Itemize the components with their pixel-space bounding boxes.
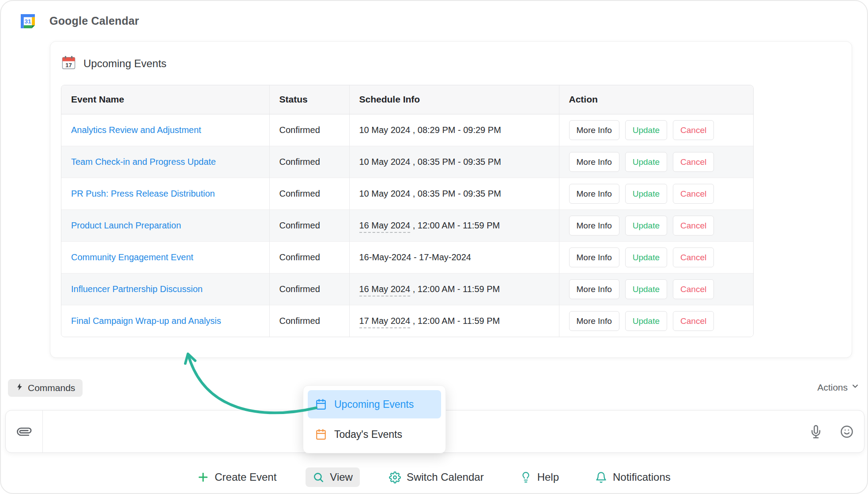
update-button[interactable]: Update <box>625 247 667 267</box>
view-button[interactable]: View <box>306 467 360 487</box>
plus-icon <box>197 471 209 483</box>
view-options-popup: Upcoming Events Today's Events <box>303 385 446 453</box>
table-header-row: Event Name Status Schedule Info Action <box>61 85 753 114</box>
menu-item-upcoming-events[interactable]: Upcoming Events <box>308 390 441 418</box>
event-name-link[interactable]: Team Check-in and Progress Update <box>71 157 216 167</box>
calendar-icon <box>315 399 327 410</box>
svg-text:17: 17 <box>65 62 72 68</box>
table-row: Analytics Review and AdjustmentConfirmed… <box>61 114 753 146</box>
actions-label: Actions <box>817 382 848 393</box>
gear-icon <box>389 471 401 483</box>
attach-button[interactable] <box>6 410 43 452</box>
cancel-button[interactable]: Cancel <box>673 120 714 140</box>
toolbar-item-label: Switch Calendar <box>407 471 484 483</box>
table-row: PR Push: Press Release DistributionConfi… <box>61 178 753 209</box>
event-name-link[interactable]: Influencer Partnership Discussion <box>71 284 203 294</box>
more-info-button[interactable]: More Info <box>569 279 619 299</box>
event-name-link[interactable]: Community Engagement Event <box>71 252 193 262</box>
status-text: Confirmed <box>279 157 320 167</box>
update-button[interactable]: Update <box>625 279 667 299</box>
status-text: Confirmed <box>279 316 320 326</box>
toolbar-item-label: Help <box>537 471 559 483</box>
bulb-icon <box>520 471 532 483</box>
event-time-range: , 12:00 AM - 11:59 PM <box>410 284 500 294</box>
upcoming-events-card: 17 Upcoming Events Event Name Status Sch… <box>50 41 852 358</box>
more-info-button[interactable]: More Info <box>569 120 619 140</box>
event-date: 10 May 2024 <box>359 189 411 198</box>
event-name-link[interactable]: Product Launch Preparation <box>71 220 181 230</box>
column-header-action: Action <box>559 85 753 114</box>
svg-text:31: 31 <box>24 18 31 25</box>
cancel-button[interactable]: Cancel <box>673 216 714 236</box>
update-button[interactable]: Update <box>625 152 667 172</box>
microphone-icon[interactable] <box>809 425 823 438</box>
bottom-toolbar: Create Event View Switch Calendar Help N… <box>1 465 867 490</box>
more-info-button[interactable]: More Info <box>569 247 619 267</box>
event-date: 10 May 2024 <box>359 157 411 167</box>
cancel-button[interactable]: Cancel <box>673 152 714 172</box>
table-row: Community Engagement EventConfirmed16-Ma… <box>61 241 753 273</box>
status-text: Confirmed <box>279 252 320 262</box>
emoji-icon[interactable] <box>840 425 853 438</box>
status-text: Confirmed <box>279 220 320 230</box>
table-row: Team Check-in and Progress UpdateConfirm… <box>61 146 753 178</box>
help-button[interactable]: Help <box>513 467 566 487</box>
cancel-button[interactable]: Cancel <box>673 247 714 267</box>
status-text: Confirmed <box>279 284 320 294</box>
status-text: Confirmed <box>279 189 320 198</box>
column-header-event-name: Event Name <box>61 85 269 114</box>
event-date[interactable]: 16 May 2024 <box>359 284 411 296</box>
event-time-range: , 08:35 PM - 09:35 PM <box>410 189 501 198</box>
event-time-range: , 08:29 PM - 09:29 PM <box>410 125 501 135</box>
actions-dropdown-button[interactable]: Actions <box>817 382 860 393</box>
column-header-status: Status <box>269 85 349 114</box>
event-name-link[interactable]: PR Push: Press Release Distribution <box>71 189 215 198</box>
toolbar-item-label: View <box>330 471 353 483</box>
cancel-button[interactable]: Cancel <box>673 311 714 331</box>
table-row: Influencer Partnership DiscussionConfirm… <box>61 273 753 305</box>
more-info-button[interactable]: More Info <box>569 216 619 236</box>
paperclip-icon <box>14 422 34 441</box>
calendar-icon <box>315 429 327 440</box>
update-button[interactable]: Update <box>625 216 667 236</box>
more-info-button[interactable]: More Info <box>569 184 619 204</box>
switch-calendar-button[interactable]: Switch Calendar <box>382 467 491 487</box>
event-date[interactable]: 17 May 2024 <box>359 316 411 328</box>
menu-item-label: Upcoming Events <box>334 399 414 410</box>
event-time-range: , 12:00 AM - 11:59 PM <box>410 316 500 326</box>
cancel-button[interactable]: Cancel <box>673 184 714 204</box>
column-header-schedule-info: Schedule Info <box>349 85 559 114</box>
event-date[interactable]: 16 May 2024 <box>359 220 411 233</box>
chevron-down-icon <box>851 382 860 393</box>
event-name-link[interactable]: Final Campaign Wrap-up and Analysis <box>71 316 221 326</box>
cancel-button[interactable]: Cancel <box>673 279 714 299</box>
toolbar-item-label: Create Event <box>215 471 276 483</box>
search-icon <box>313 471 324 483</box>
more-info-button[interactable]: More Info <box>569 311 619 331</box>
events-table: Event Name Status Schedule Info Action A… <box>61 85 754 337</box>
menu-item-todays-events[interactable]: Today's Events <box>308 420 441 448</box>
table-row: Final Campaign Wrap-up and AnalysisConfi… <box>61 305 753 337</box>
more-info-button[interactable]: More Info <box>569 152 619 172</box>
update-button[interactable]: Update <box>625 184 667 204</box>
event-name-link[interactable]: Analytics Review and Adjustment <box>71 125 201 135</box>
commands-button[interactable]: Commands <box>8 379 83 397</box>
toolbar-item-label: Notifications <box>613 471 671 483</box>
app-window: 31 Google Calendar 17 Upcoming Events <box>0 0 868 494</box>
events-table-body: Analytics Review and AdjustmentConfirmed… <box>61 114 753 337</box>
bell-icon <box>595 471 607 483</box>
create-event-button[interactable]: Create Event <box>190 467 283 487</box>
update-button[interactable]: Update <box>625 311 667 331</box>
card-title: Upcoming Events <box>83 57 166 70</box>
event-date: 10 May 2024 <box>359 125 411 135</box>
notifications-button[interactable]: Notifications <box>588 467 678 487</box>
app-title: Google Calendar <box>49 15 139 27</box>
menu-item-label: Today's Events <box>334 429 402 441</box>
event-time-range: , 08:35 PM - 09:35 PM <box>410 157 501 167</box>
commands-label: Commands <box>28 383 75 393</box>
google-calendar-logo-icon: 31 <box>19 12 37 30</box>
event-time-range: , 12:00 AM - 11:59 PM <box>410 220 500 230</box>
table-row: Product Launch PreparationConfirmed16 Ma… <box>61 209 753 241</box>
update-button[interactable]: Update <box>625 120 667 140</box>
status-text: Confirmed <box>279 125 320 135</box>
